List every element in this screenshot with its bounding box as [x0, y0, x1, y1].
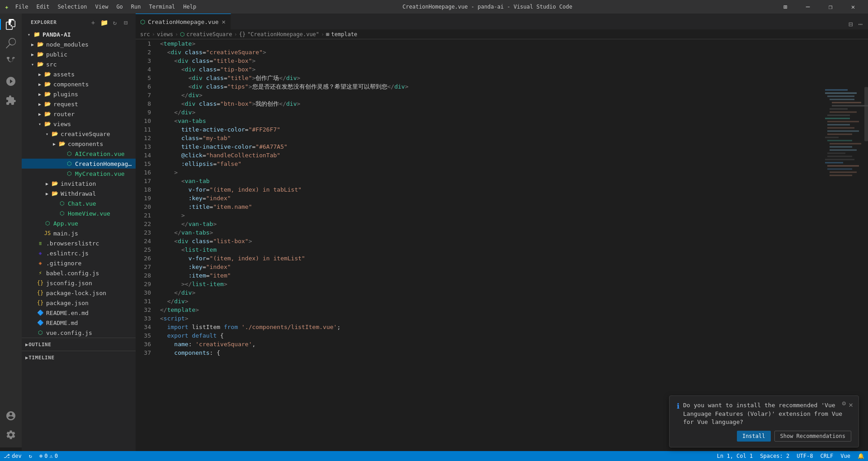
line-content-20: :title="item.name" [158, 202, 823, 211]
svg-rect-14 [827, 134, 852, 135]
error-icon: ⊗ [39, 453, 42, 459]
sidebar-item-eslintrc[interactable]: ▶ ◈ .eslintrc.js [22, 248, 136, 258]
menu-go[interactable]: Go [113, 3, 126, 11]
breadcrumb-template[interactable]: ⊞ template [326, 31, 357, 38]
sidebar-item-node-modules[interactable]: ▶ 📂 node_modules [22, 39, 136, 49]
sidebar-root-folder[interactable]: ▾ 📁 PANDA-AI [22, 29, 136, 39]
sidebar-item-main-js[interactable]: ▶ JS main.js [22, 228, 136, 238]
sidebar-item-readme-en[interactable]: ▶ 🔷 README.en.md [22, 308, 136, 318]
app-label: App.vue [53, 220, 78, 227]
sidebar-item-gitignore[interactable]: ▶ ◈ .gitignore [22, 258, 136, 268]
activity-search[interactable] [2, 34, 20, 52]
minimize-button[interactable]: ─ [797, 0, 818, 14]
status-language[interactable]: Vue [837, 451, 854, 461]
sidebar-item-public[interactable]: ▶ 📂 public [22, 49, 136, 59]
line-num-26: 26 [136, 254, 158, 263]
split-editor-button[interactable]: ⊟ [847, 19, 855, 29]
menu-terminal[interactable]: Terminal [146, 3, 179, 11]
notification-settings-button[interactable]: ⚙ [842, 400, 846, 407]
sidebar-item-creation-homepage[interactable]: ▶ ⬡ CreationHomepage.vue [22, 159, 136, 169]
sidebar-item-components[interactable]: ▶ 📂 components [22, 79, 136, 89]
sidebar-item-babel[interactable]: ▶ ⚡ babel.config.js [22, 268, 136, 278]
sidebar-item-invitation[interactable]: ▶ 📂 invitation [22, 179, 136, 188]
sidebar-item-ai-creation[interactable]: ▶ ⬡ AICreation.vue [22, 149, 136, 159]
sidebar-item-app[interactable]: ▶ ⬡ App.vue [22, 218, 136, 228]
refresh-button[interactable]: ↻ [110, 18, 119, 27]
menu-view[interactable]: View [91, 3, 112, 11]
line-content-26: v-for="(item, index) in itemList" [158, 254, 823, 263]
status-branch[interactable]: ⎇ dev [0, 451, 25, 461]
sidebar-item-plugins[interactable]: ▶ 📂 plugins [22, 89, 136, 99]
status-position[interactable]: Ln 1, Col 1 [713, 451, 756, 461]
close-button[interactable]: ✕ [843, 0, 863, 14]
more-actions-button[interactable]: ⋯ [856, 19, 864, 29]
sidebar-item-creative-square[interactable]: ▾ 📂 creativeSquare [22, 129, 136, 139]
activity-run-debug[interactable] [2, 72, 20, 90]
new-folder-button[interactable]: 📁 [99, 18, 108, 27]
sidebar-item-router[interactable]: ▶ 📂 router [22, 109, 136, 119]
sidebar-item-withdrawal[interactable]: ▶ 📂 Withdrawal [22, 188, 136, 198]
svg-rect-6 [830, 108, 848, 110]
breadcrumb-views[interactable]: views [157, 31, 173, 38]
breadcrumb-creative-square[interactable]: ⬡ creativeSquare [180, 31, 232, 38]
outline-label: OUTLINE [28, 342, 51, 348]
status-line-ending[interactable]: CRLF [816, 451, 837, 461]
sidebar-item-home-view[interactable]: ▶ ⬡ HomeView.vue [22, 208, 136, 218]
status-encoding[interactable]: UTF-8 [793, 451, 816, 461]
sidebar-item-my-creation[interactable]: ▶ ⬡ MyCreation.vue [22, 169, 136, 179]
activity-account[interactable] [2, 407, 20, 425]
status-errors[interactable]: ⊗ 0 ⚠ 0 [36, 451, 61, 461]
sidebar-item-request[interactable]: ▶ 📂 request [22, 99, 136, 109]
node-modules-label: node_modules [46, 41, 89, 48]
sidebar-item-views[interactable]: ▾ 📂 views [22, 119, 136, 129]
sidebar-item-assets[interactable]: ▶ 📂 assets [22, 69, 136, 79]
status-spaces[interactable]: Spaces: 2 [756, 451, 793, 461]
tab-close-button[interactable]: ✕ [222, 18, 226, 26]
notification-popup: ℹ Do you want to install the recommended… [669, 395, 859, 447]
collapse-button[interactable]: ⊟ [121, 18, 130, 27]
menu-run[interactable]: Run [127, 3, 145, 11]
breadcrumb-curly-icon: {} [239, 31, 245, 38]
maximize-button[interactable]: ❐ [820, 0, 841, 14]
router-label: router [53, 111, 75, 118]
code-line-25: 25 <list-item [136, 245, 823, 254]
activity-settings[interactable] [2, 426, 20, 444]
sidebar-item-jsconfig[interactable]: ▶ {} jsconfig.json [22, 278, 136, 288]
show-recommendations-button[interactable]: Show Recommendations [774, 431, 852, 442]
sidebar-item-package[interactable]: ▶ {} package.json [22, 298, 136, 308]
status-feedback[interactable]: 🔔 [854, 451, 868, 461]
sidebar-item-package-lock[interactable]: ▶ {} package-lock.json [22, 288, 136, 298]
sidebar-item-cs-components[interactable]: ▶ 📂 components [22, 139, 136, 149]
code-line-26: 26 v-for="(item, index) in itemList" [136, 254, 823, 263]
package-label: package.json [46, 300, 89, 306]
layout-toggle[interactable]: ⊞ [775, 0, 796, 14]
menu-bar: File Edit Selection View Go Run Terminal… [12, 3, 200, 11]
menu-edit[interactable]: Edit [33, 3, 53, 11]
tab-creation-homepage[interactable]: ⬡ CreationHomepage.vue ✕ [136, 14, 231, 29]
sidebar-item-chat[interactable]: ▶ ⬡ Chat.vue [22, 198, 136, 208]
sidebar-item-readme[interactable]: ▶ 🔷 README.md [22, 318, 136, 328]
activity-source-control[interactable] [2, 53, 20, 71]
editor-code[interactable]: 1 <template> 2 <div class="creativeSquar… [136, 39, 823, 451]
timeline-header[interactable]: ▶ TIMELINE [22, 351, 136, 364]
menu-selection[interactable]: Selection [54, 3, 90, 11]
line-num-15: 15 [136, 160, 158, 168]
line-content-3: <div class="title-box"> [158, 56, 823, 65]
breadcrumb-src[interactable]: src [140, 31, 150, 38]
status-sync[interactable]: ↻ [25, 451, 36, 461]
activity-extensions[interactable] [2, 91, 20, 109]
breadcrumb-file[interactable]: {} "CreationHomepage.vue" [239, 31, 319, 38]
notification-close-button[interactable]: ✕ [847, 400, 855, 410]
menu-file[interactable]: File [12, 3, 32, 11]
outline-header[interactable]: ▶ OUTLINE [22, 338, 136, 351]
activity-explorer[interactable] [2, 15, 20, 33]
eslintrc-icon: ◈ [36, 249, 44, 257]
components-icon: 📂 [43, 80, 52, 88]
sidebar-item-browserslistrc[interactable]: ▶ ≡ .browserslistrc [22, 238, 136, 248]
sidebar-item-vue-config[interactable]: ▶ ⬡ vue.config.js [22, 328, 136, 338]
install-button[interactable]: Install [737, 431, 771, 442]
line-content-34: import listItem from './components/listI… [158, 323, 823, 331]
menu-help[interactable]: Help [179, 3, 200, 11]
new-file-button[interactable]: + [89, 18, 98, 27]
sidebar-item-src[interactable]: ▾ 📂 src [22, 59, 136, 69]
